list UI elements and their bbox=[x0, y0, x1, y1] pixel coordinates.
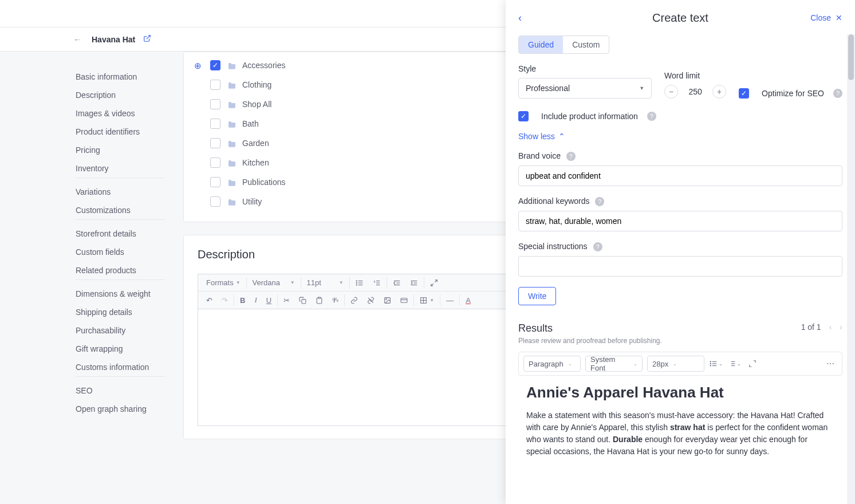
result-title: Annie's Apparel Havana Hat bbox=[526, 384, 834, 401]
media-icon[interactable] bbox=[396, 292, 412, 309]
result-font-select[interactable]: System Font⌄ bbox=[585, 356, 643, 372]
category-checkbox[interactable] bbox=[210, 196, 220, 207]
paste-icon[interactable] bbox=[311, 292, 328, 309]
category-label: Clothing bbox=[242, 80, 271, 89]
brand-voice-input[interactable] bbox=[518, 166, 842, 186]
category-checkbox[interactable]: ✓ bbox=[210, 60, 220, 70]
result-content[interactable]: Annie's Apparel Havana Hat Make a statem… bbox=[518, 384, 842, 458]
formats-dropdown[interactable]: Formats▼ bbox=[202, 274, 245, 292]
scrollbar[interactable] bbox=[847, 34, 855, 504]
category-label: Bath bbox=[242, 119, 259, 128]
add-category-icon[interactable]: ⊕ bbox=[194, 61, 202, 70]
sidebar-item[interactable]: Basic information bbox=[76, 68, 165, 86]
svg-point-31 bbox=[710, 361, 711, 362]
unlink-icon[interactable] bbox=[363, 292, 379, 309]
style-select[interactable]: Professional▼ bbox=[518, 78, 652, 99]
sidebar-item[interactable]: Description bbox=[76, 86, 165, 104]
category-checkbox[interactable] bbox=[210, 119, 220, 129]
external-link-icon[interactable] bbox=[143, 34, 151, 44]
category-checkbox[interactable] bbox=[210, 99, 220, 109]
sidebar-item[interactable]: Inventory bbox=[76, 159, 165, 178]
seo-checkbox[interactable]: ✓ bbox=[739, 88, 749, 99]
prev-result-icon[interactable]: ‹ bbox=[829, 322, 832, 332]
seo-label: Optimize for SEO bbox=[762, 89, 824, 98]
sidebar-item[interactable]: Related products bbox=[76, 261, 165, 279]
text-color-icon[interactable]: A bbox=[461, 292, 475, 309]
table-icon[interactable]: ▼ bbox=[415, 292, 439, 309]
next-result-icon[interactable]: › bbox=[840, 322, 842, 332]
decrement-button[interactable]: − bbox=[664, 85, 678, 99]
bullet-list-icon[interactable] bbox=[351, 274, 368, 292]
close-button[interactable]: Close ✕ bbox=[810, 13, 842, 22]
category-checkbox[interactable] bbox=[210, 177, 220, 187]
sidebar-item[interactable]: SEO bbox=[76, 381, 165, 400]
sidebar-item[interactable]: Storefront details bbox=[76, 225, 165, 243]
include-product-checkbox[interactable]: ✓ bbox=[518, 111, 529, 121]
special-input[interactable] bbox=[518, 256, 842, 277]
keywords-input[interactable] bbox=[518, 211, 842, 231]
category-checkbox[interactable] bbox=[210, 158, 220, 168]
write-button[interactable]: Write bbox=[518, 287, 556, 305]
panel-back-icon[interactable]: ‹ bbox=[518, 12, 522, 24]
indent-icon[interactable] bbox=[405, 274, 423, 292]
sidebar-item[interactable]: Images & videos bbox=[76, 104, 165, 123]
back-arrow-icon[interactable]: ← bbox=[73, 35, 81, 44]
font-dropdown[interactable]: Verdana▼ bbox=[248, 274, 300, 292]
outdent-icon[interactable] bbox=[388, 274, 405, 292]
result-body: Make a statement with this season's must… bbox=[526, 410, 834, 458]
help-icon[interactable]: ? bbox=[593, 242, 602, 251]
sidebar-item[interactable]: Shipping details bbox=[76, 303, 165, 321]
redo-icon[interactable]: ↷ bbox=[217, 292, 233, 309]
number-list-icon[interactable]: ⌄ bbox=[727, 357, 741, 371]
hr-icon[interactable]: — bbox=[442, 292, 458, 309]
sidebar-item[interactable]: Open graph sharing bbox=[76, 400, 165, 418]
expand-icon[interactable] bbox=[746, 357, 759, 371]
sidebar-item[interactable]: Custom fields bbox=[76, 243, 165, 261]
italic-icon[interactable]: I bbox=[250, 292, 261, 309]
more-icon[interactable]: ⋯ bbox=[824, 357, 837, 371]
svg-point-5 bbox=[356, 282, 357, 283]
sidebar-item[interactable]: Customs information bbox=[76, 358, 165, 376]
undo-icon[interactable]: ↶ bbox=[202, 292, 217, 309]
sidebar-item[interactable]: Variations bbox=[76, 183, 165, 201]
help-icon[interactable]: ? bbox=[833, 89, 842, 98]
link-icon[interactable] bbox=[346, 292, 363, 309]
folder-icon bbox=[227, 101, 237, 108]
copy-icon[interactable] bbox=[294, 292, 311, 309]
sidebar-item[interactable]: Product identifiers bbox=[76, 123, 165, 141]
sidebar-item[interactable]: Customizations bbox=[76, 201, 165, 219]
tab-custom[interactable]: Custom bbox=[563, 36, 609, 53]
sidebar-item[interactable]: Pricing bbox=[76, 141, 165, 159]
category-checkbox[interactable] bbox=[210, 80, 220, 90]
sidebar-item[interactable]: Gift wrapping bbox=[76, 340, 165, 358]
product-title: Havana Hat bbox=[92, 35, 135, 44]
show-less-toggle[interactable]: Show less ⌃ bbox=[518, 132, 842, 141]
sidebar-item[interactable]: Purchasability bbox=[76, 321, 165, 340]
sidebar-item[interactable]: Dimensions & weight bbox=[76, 285, 165, 303]
category-checkbox[interactable] bbox=[210, 138, 220, 148]
bold-icon[interactable]: B bbox=[235, 292, 250, 309]
wordlimit-value: 250 bbox=[684, 87, 707, 96]
clear-format-icon[interactable]: Tx bbox=[328, 292, 343, 309]
tab-guided[interactable]: Guided bbox=[519, 36, 563, 53]
fullscreen-icon[interactable] bbox=[425, 274, 443, 292]
underline-icon[interactable]: U bbox=[262, 292, 276, 309]
folder-icon bbox=[227, 140, 237, 147]
increment-button[interactable]: + bbox=[712, 85, 726, 99]
results-subtext: Please review and proofread before publi… bbox=[518, 337, 662, 345]
category-label: Shop All bbox=[242, 100, 271, 109]
svg-line-16 bbox=[435, 279, 437, 282]
number-list-icon[interactable] bbox=[368, 274, 385, 292]
cut-icon[interactable]: ✂ bbox=[279, 292, 294, 309]
result-format-select[interactable]: Paragraph⌄ bbox=[523, 356, 581, 372]
create-text-panel: ‹ Create text Close ✕ Guided Custom Styl… bbox=[506, 0, 855, 504]
result-size-select[interactable]: 28px⌄ bbox=[647, 356, 704, 372]
image-icon[interactable] bbox=[379, 292, 396, 309]
help-icon[interactable]: ? bbox=[647, 112, 656, 121]
result-toolbar: Paragraph⌄ System Font⌄ 28px⌄ ⌄ ⌄ ⋯ bbox=[518, 352, 842, 376]
svg-line-0 bbox=[147, 36, 150, 39]
fontsize-dropdown[interactable]: 11pt▼ bbox=[302, 274, 348, 292]
help-icon[interactable]: ? bbox=[595, 197, 604, 206]
help-icon[interactable]: ? bbox=[566, 152, 576, 161]
bullet-list-icon[interactable]: ⌄ bbox=[709, 357, 723, 371]
